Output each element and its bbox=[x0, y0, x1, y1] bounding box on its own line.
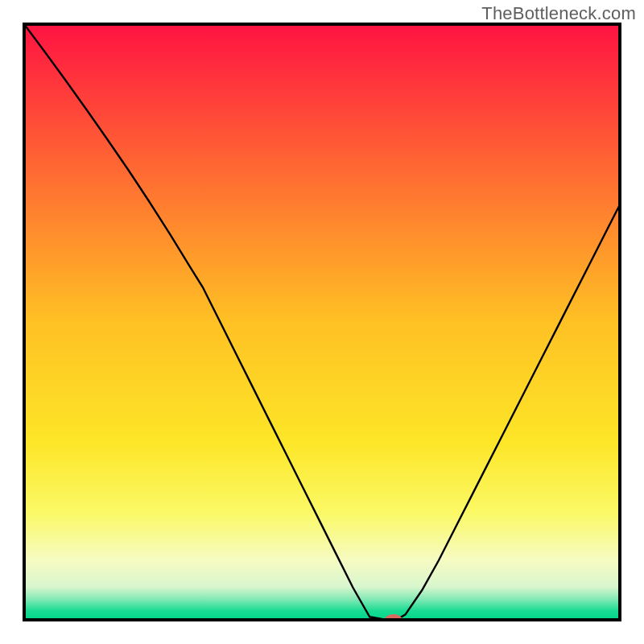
gradient-background bbox=[24, 24, 620, 620]
watermark-text: TheBottleneck.com bbox=[481, 3, 636, 24]
bottleneck-chart bbox=[0, 0, 644, 644]
chart-container: TheBottleneck.com bbox=[0, 0, 644, 644]
plot-area bbox=[24, 24, 620, 625]
